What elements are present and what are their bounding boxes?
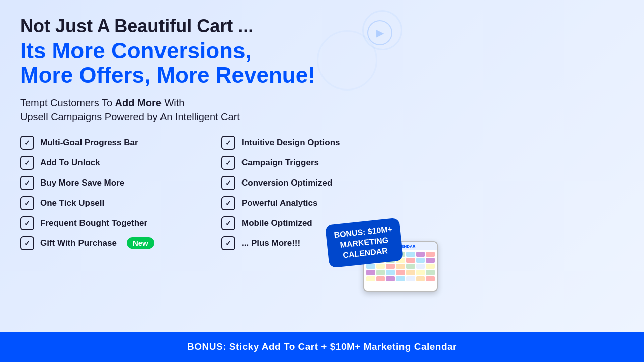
feature-check-5: ✓ (20, 176, 34, 190)
bottom-bonus-text: BONUS: Sticky Add To Cart + $10M+ Market… (39, 342, 282, 352)
sticky-size-select[interactable]: SML (496, 345, 520, 357)
subline2-text: Upsell Campaigns Powered by An Intellige… (20, 111, 240, 122)
feature-check-6: ✓ (221, 176, 235, 190)
feature-item-7: ✓ One Tick Upsell (20, 196, 201, 210)
feature-check-1: ✓ (20, 136, 34, 150)
sticky-qty-label: Quantity (528, 337, 557, 345)
feature-label-7: One Tick Upsell (40, 198, 104, 208)
headline-line2: Its More Conversions, (20, 38, 252, 63)
feature-check-3: ✓ (221, 136, 235, 150)
feature-check-10: ✓ (221, 216, 235, 230)
feature-item-4: ✓ Campaign Triggers (221, 156, 403, 170)
feature-item-5: ✓ Buy More Save More (20, 176, 201, 190)
feature-check-2: ✓ (20, 156, 34, 170)
subheadline: Tempt Customers To Add More With Upsell … (20, 96, 403, 124)
sticky-size-label: Size (496, 337, 520, 344)
feature-item-3: ✓ Intuitive Design Options (221, 136, 403, 150)
sticky-qty-increase[interactable]: + (548, 347, 553, 356)
bottom-bonus-bar: BONUS: Sticky Add To Cart + $10M+ Market… (0, 332, 322, 362)
headline-line3: More Offers, More Revenue! (20, 63, 315, 87)
bonus-badge: BONUS: $10M+MARKETINGCALENDAR (325, 218, 404, 268)
subline1-bold: Add More (115, 97, 162, 108)
feature-label-10: Mobile Optimized (242, 218, 312, 228)
deco-circle-2 (317, 30, 377, 90)
sticky-add-to-cart-button[interactable]: Add To Cart (565, 337, 634, 357)
feature-label-1: Multi-Goal Progress Bar (40, 138, 138, 148)
feature-label-12: ... Plus More!!! (242, 238, 300, 248)
feature-item-11: ✓ Gift With Purchase New (20, 236, 201, 250)
deco-play-icon: ▶ (367, 20, 392, 45)
feature-item-8: ✓ Powerful Analytics (221, 196, 403, 210)
sticky-qty-control[interactable]: − 1 + (528, 346, 557, 357)
sticky-qty-value: 1 (540, 347, 544, 355)
headline-line1: Not Just A Beautiful Cart ... (20, 16, 253, 36)
feature-check-7: ✓ (20, 196, 34, 210)
feature-label-9: Frequent Bought Together (40, 218, 147, 228)
feature-label-2: Add To Unlock (40, 158, 100, 168)
feature-label-8: Powerful Analytics (242, 198, 317, 208)
bonus-section: BONUS: $10M+MARKETINGCALENDAR MARKETING … (327, 221, 438, 292)
feature-check-11: ✓ (20, 236, 34, 250)
feature-check-9: ✓ (20, 216, 34, 230)
main-content-area: ▶ Not Just A Beautiful Cart ... Its More… (0, 0, 644, 332)
feature-item-9: ✓ Frequent Bought Together (20, 216, 201, 230)
feature-label-5: Buy More Save More (40, 178, 124, 188)
feature-label-4: Campaign Triggers (242, 158, 319, 168)
feature-check-8: ✓ (221, 196, 235, 210)
feature-check-4: ✓ (221, 156, 235, 170)
feature-label-11: Gift With Purchase (40, 238, 117, 248)
subline1-text: Tempt Customers To (20, 97, 112, 108)
feature-label-3: Intuitive Design Options (242, 138, 340, 148)
feature-check-12: ✓ (221, 236, 235, 250)
subline1-end: With (164, 97, 184, 108)
feature-item-2: ✓ Add To Unlock (20, 156, 201, 170)
new-badge: New (127, 237, 154, 249)
feature-item-6: ✓ Conversion Optimized (221, 176, 403, 190)
sticky-size[interactable]: Size SML (496, 337, 520, 357)
feature-item-1: ✓ Multi-Goal Progress Bar (20, 136, 201, 150)
feature-label-6: Conversion Optimized (242, 178, 332, 188)
sticky-qty: Quantity − 1 + (528, 337, 557, 357)
sticky-qty-decrease[interactable]: − (532, 347, 536, 356)
sticky-add-to-cart-label: Add To Cart (578, 343, 621, 351)
